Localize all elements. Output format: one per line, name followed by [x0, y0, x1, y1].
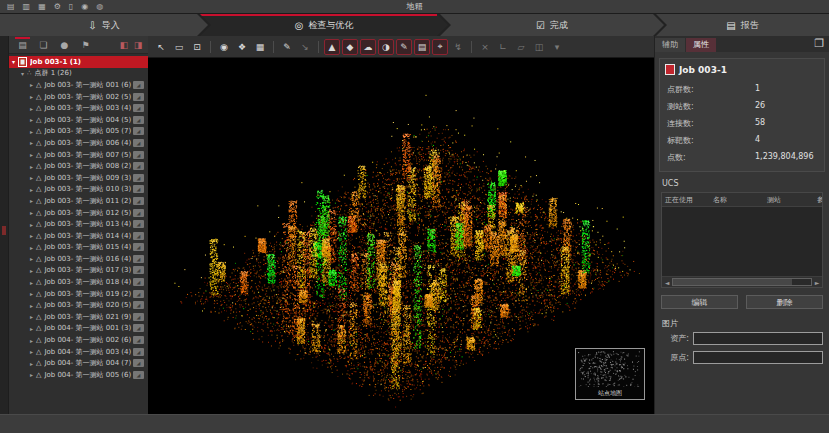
station-thumbnail-icon[interactable]: ◢ [133, 243, 144, 251]
rect-select-icon[interactable]: ▭ [171, 39, 187, 55]
station-thumbnail-icon[interactable]: ◢ [133, 324, 144, 332]
draw-line-icon[interactable]: ✎ [279, 39, 295, 55]
station-thumbnail-icon[interactable]: ◢ [133, 185, 144, 193]
axis-icon[interactable]: ∟ [495, 39, 511, 55]
ucs-column-header[interactable]: 名称 [710, 195, 764, 205]
screenshot-camera-icon[interactable]: ◉ [216, 39, 232, 55]
station-thumbnail-icon[interactable]: ◢ [133, 255, 144, 263]
expander-icon[interactable]: ▸ [27, 81, 36, 88]
target-marker-icon[interactable]: ▲ [324, 39, 340, 55]
tree-item-station[interactable]: ▸△Job 003- 第一测站 017 (3)◢ [9, 265, 148, 277]
tree-item-station[interactable]: ▸△Job 004- 第一测站 005 (6)◢ [9, 369, 148, 381]
tree-item-station[interactable]: ▸△Job 003- 第一测站 011 (2)◢ [9, 195, 148, 207]
station-thumbnail-icon[interactable]: ◢ [133, 336, 144, 344]
sphere-marker-icon[interactable]: ◑ [378, 39, 394, 55]
expander-icon[interactable]: ▸ [27, 139, 36, 146]
tree-item-station[interactable]: ▸△Job 004- 第一测站 004 (7)◢ [9, 357, 148, 369]
tree-item-station[interactable]: ▸△Job 003- 第一测站 009 (3)◢ [9, 172, 148, 184]
image-marker-icon[interactable]: ▤ [414, 39, 430, 55]
tree-item-station[interactable]: ▸△Job 003- 第一测站 004 (5)◢ [9, 114, 148, 126]
station-thumbnail-icon[interactable]: ◢ [133, 209, 144, 217]
station-thumbnail-icon[interactable]: ◢ [133, 232, 144, 240]
expander-icon[interactable]: ▾ [9, 58, 18, 65]
select-tool-icon[interactable]: ↖ [153, 39, 169, 55]
station-thumbnail-icon[interactable]: ◢ [133, 359, 144, 367]
expander-icon[interactable]: ▸ [27, 151, 36, 158]
station-thumbnail-icon[interactable]: ◢ [133, 220, 144, 228]
asset-field[interactable] [693, 332, 823, 345]
expander-icon[interactable]: ▾ [18, 70, 27, 77]
station-thumbnail-icon[interactable]: ◢ [133, 93, 144, 101]
expander-icon[interactable]: ▸ [27, 348, 36, 355]
origin-field[interactable] [693, 351, 823, 364]
ucs-table-body[interactable] [662, 207, 822, 276]
tab-auxiliary[interactable]: 辅助 [655, 38, 685, 52]
expander-icon[interactable]: ▸ [27, 93, 36, 100]
expander-icon[interactable]: ▸ [27, 325, 36, 332]
station-thumbnail-icon[interactable]: ◢ [133, 81, 144, 89]
expander-icon[interactable]: ▸ [27, 360, 36, 367]
tree-item-station[interactable]: ▸△Job 003- 第一测站 014 (4)◢ [9, 230, 148, 242]
primitives-icon[interactable]: ❖ [234, 39, 250, 55]
layout-b-icon[interactable]: ◫ [531, 39, 547, 55]
step-import[interactable]: ⇩导入 [0, 14, 208, 36]
tree-item-station[interactable]: ▸△Job 003- 第一测站 016 (4)◢ [9, 253, 148, 265]
expander-icon[interactable]: ▸ [27, 313, 36, 320]
tree-item-station[interactable]: ▸△Job 004- 第一测站 003 (4)◢ [9, 346, 148, 358]
tree-item-station[interactable]: ▸△Job 003- 第一测站 018 (4)◢ [9, 276, 148, 288]
ucs-horizontal-scrollbar[interactable]: ◄ ► [662, 276, 822, 287]
tree-item-station[interactable]: ▸△Job 003- 第一测站 008 (2)◢ [9, 160, 148, 172]
station-thumbnail-icon[interactable]: ◢ [133, 197, 144, 205]
ucs-column-header[interactable]: 测站 [764, 195, 814, 205]
filter-red-b-icon[interactable]: ◨ [131, 37, 145, 53]
scroll-right-icon[interactable]: ► [812, 279, 822, 286]
tree-item-station[interactable]: ▸△Job 003- 第一测站 010 (3)◢ [9, 184, 148, 196]
about-icon[interactable]: ◍ [96, 0, 103, 13]
expander-icon[interactable]: ▸ [27, 197, 36, 204]
tree-item-station[interactable]: ▸△Job 003- 第一测站 021 (9)◢ [9, 311, 148, 323]
expander-icon[interactable]: ▸ [27, 267, 36, 274]
node-edit-icon[interactable]: ↘ [297, 39, 313, 55]
tree-item-job-root[interactable]: ▾Job 003-1 (1) [9, 56, 148, 68]
expander-icon[interactable]: ▸ [27, 244, 36, 251]
sphere-tab-icon[interactable]: ● [54, 37, 75, 53]
expander-icon[interactable]: ▸ [27, 279, 36, 286]
scrollbar-thumb[interactable] [673, 279, 792, 285]
pen-marker-icon[interactable]: ✎ [396, 39, 412, 55]
open-project-icon[interactable]: ▤ [7, 0, 15, 13]
save-icon[interactable]: ▦ [38, 0, 46, 13]
toolbar-dropdown-icon[interactable]: ▾ [549, 39, 565, 55]
flag-tab-icon[interactable]: ⚑ [75, 37, 96, 53]
expander-icon[interactable]: ▸ [27, 371, 36, 378]
ucs-column-header[interactable]: 参照点数 [814, 195, 822, 205]
import-folder-icon[interactable]: ▥ [23, 0, 31, 13]
step-complete[interactable]: ☑完成 [440, 14, 664, 36]
delete-button[interactable]: 删除 [746, 295, 823, 309]
step-inspect-optimize[interactable]: ◎检查与优化 [200, 14, 448, 36]
tag-marker-icon[interactable]: ◆ [342, 39, 358, 55]
station-thumbnail-icon[interactable]: ◢ [133, 313, 144, 321]
database-icon[interactable]: ▯ [69, 0, 73, 13]
expander-icon[interactable]: ▸ [27, 116, 36, 123]
tree-item-station[interactable]: ▸△Job 003- 第一测站 006 (4)◢ [9, 137, 148, 149]
station-thumbnail-icon[interactable]: ◢ [133, 162, 144, 170]
expander-icon[interactable]: ▸ [27, 290, 36, 297]
ucs-column-header[interactable]: 正在使用 [662, 195, 710, 205]
tree-item-station[interactable]: ▸△Job 004- 第一测站 001 (3)◢ [9, 323, 148, 335]
tree-item-station[interactable]: ▸△Job 003- 第一测站 005 (7)◢ [9, 126, 148, 138]
expander-icon[interactable]: ▸ [27, 302, 36, 309]
tree-item-station[interactable]: ▸△Job 003- 第一测站 019 (2)◢ [9, 288, 148, 300]
station-thumbnail-icon[interactable]: ◢ [133, 127, 144, 135]
tree-item-station[interactable]: ▸△Job 003- 第一测站 002 (5)◢ [9, 91, 148, 103]
panel-layout-icon[interactable]: ❐ [814, 37, 824, 50]
tree-item-station[interactable]: ▸△Job 003- 第一测站 003 (4)◢ [9, 102, 148, 114]
tree-item-station[interactable]: ▸△Job 003- 第一测站 015 (4)◢ [9, 242, 148, 254]
project-tree-tab-icon[interactable]: ▤ [12, 37, 33, 53]
station-thumbnail-icon[interactable]: ◢ [133, 139, 144, 147]
expander-icon[interactable]: ▸ [27, 255, 36, 262]
tree-item-station[interactable]: ▸△Job 004- 第一测站 002 (6)◢ [9, 334, 148, 346]
expander-icon[interactable]: ▸ [27, 209, 36, 216]
expander-icon[interactable]: ▸ [27, 186, 36, 193]
station-thumbnail-icon[interactable]: ◢ [133, 266, 144, 274]
filter-red-a-icon[interactable]: ◧ [117, 37, 131, 53]
